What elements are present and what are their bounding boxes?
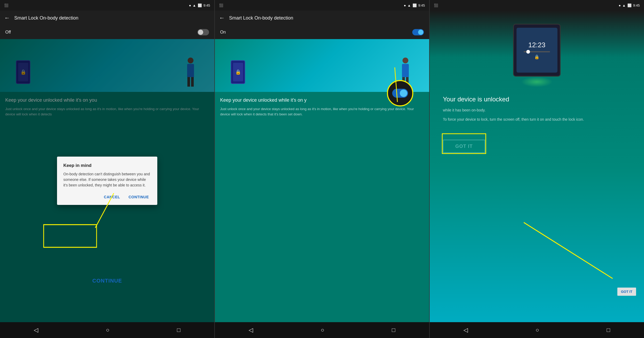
top-bar-2: ← Smart Lock On-body detection	[215, 11, 429, 25]
tablet-slider	[524, 51, 550, 52]
content-desc2-3: To force your device to lock, turn the s…	[443, 117, 631, 122]
corner-got-it-badge: GOT IT	[617, 288, 636, 296]
nav-bar-3: ◁ ○ □	[430, 322, 644, 338]
phone-screen-2: 🔒	[233, 63, 243, 81]
toggle-zoom-knob	[400, 90, 407, 97]
screenshot-icon-3: ⬛	[434, 3, 438, 7]
wifi-icon-2: ▲	[408, 3, 411, 7]
screenshot-icon-2: ⬛	[219, 3, 223, 7]
content-desc1-3: while it has been on-body.	[443, 107, 631, 113]
dialog-continue-button-1[interactable]: CONTINUE	[126, 193, 151, 201]
dialog-body-1: On-body detection can't distinguish betw…	[63, 171, 151, 188]
teal-area-3: 12:23 🔒 Your device is unlocked while it…	[430, 11, 644, 322]
content-text-3: Your device is unlocked while it has bee…	[430, 87, 644, 322]
wifi-icon-3: ▲	[622, 3, 626, 7]
nav-recents-1[interactable]: □	[177, 327, 181, 334]
dialog-title-1: Keep in mind	[63, 163, 151, 168]
tablet-container: 12:23 🔒	[513, 11, 561, 77]
toggle-zoom-circle	[387, 80, 413, 106]
status-time-1: 9:45	[203, 3, 210, 7]
signal-icon-3: ●	[619, 3, 621, 7]
person-body-2	[402, 64, 409, 77]
toggle-row-2: On	[215, 25, 429, 39]
toggle-switch-2[interactable]	[412, 29, 424, 35]
nav-back-2[interactable]: ◁	[249, 327, 253, 334]
glow-effect	[521, 77, 553, 87]
status-time-2: 9:45	[418, 3, 425, 7]
dialog-overlay-1: Keep in mind On-body detection can't dis…	[0, 39, 214, 322]
tablet-lock-icon: 🔒	[534, 54, 539, 59]
tablet-screen: 12:23 🔒	[517, 28, 557, 73]
toggle-zoom-inner	[392, 89, 408, 98]
content-desc-2: Just unlock once and your device stays u…	[220, 106, 424, 117]
back-button-2[interactable]: ←	[219, 15, 225, 21]
panel-1: ⬛ ● ▲ ⬜ 9:45 ← Smart Lock On-body detect…	[0, 0, 215, 338]
dialog-buttons-1: CANCEL CONTINUE	[63, 193, 151, 201]
phone-device-2: 🔒	[231, 60, 245, 84]
nav-back-3[interactable]: ◁	[463, 327, 468, 334]
status-bar-2: ⬛ ● ▲ ⬜ 9:45	[215, 0, 429, 11]
wifi-icon-1: ▲	[193, 3, 196, 7]
top-bar-title-2: Smart Lock On-body detection	[229, 15, 293, 21]
got-it-button[interactable]: GOT IT	[443, 140, 485, 153]
dialog-box-1: Keep in mind On-body detection can't dis…	[57, 157, 157, 205]
screenshot-icon-1: ⬛	[4, 3, 8, 7]
top-bar-title-1: Smart Lock On-body detection	[14, 15, 78, 21]
toggle-switch-1[interactable]	[197, 29, 209, 35]
phone-lock-icon-2: 🔒	[235, 69, 241, 75]
battery-icon-1: ⬜	[198, 3, 202, 7]
panel-2: ⬛ ● ▲ ⬜ 9:45 ← Smart Lock On-body detect…	[215, 0, 430, 338]
content-text-2: Keep your device unlocked while it's on …	[215, 92, 429, 322]
toggle-knob-2	[418, 30, 423, 35]
signal-icon-2: ●	[404, 3, 406, 7]
tablet-slider-thumb	[526, 50, 530, 54]
nav-home-2[interactable]: ○	[321, 327, 324, 334]
nav-recents-3[interactable]: □	[607, 327, 610, 334]
tablet-time: 12:23	[528, 41, 545, 49]
nav-bar-1: ◁ ○ □	[0, 322, 214, 338]
toggle-label-1: Off	[5, 30, 11, 35]
toggle-knob-1	[198, 30, 203, 35]
status-bar-3: ⬛ ● ▲ ⬜ 9:45	[430, 0, 644, 11]
back-button-1[interactable]: ←	[4, 15, 10, 21]
battery-icon-3: ⬜	[627, 3, 632, 7]
tablet-device: 12:23 🔒	[513, 24, 561, 77]
teal-area-2: 🔒	[215, 39, 429, 322]
nav-recents-2[interactable]: □	[392, 327, 395, 334]
got-it-container: GOT IT	[443, 134, 485, 153]
nav-home-1[interactable]: ○	[106, 327, 109, 334]
status-time-3: 9:45	[633, 3, 640, 7]
panel-3: ⬛ ● ▲ ⬜ 9:45 12:23 🔒	[430, 0, 644, 338]
nav-home-3[interactable]: ○	[536, 327, 539, 334]
dialog-cancel-button-1[interactable]: CANCEL	[102, 193, 122, 201]
battery-icon-2: ⬜	[413, 3, 417, 7]
teal-area-1: 🔒 Keep your device unlocked while it's o…	[0, 39, 214, 322]
person-head-2	[402, 58, 408, 63]
top-bar-1: ← Smart Lock On-body detection	[0, 11, 214, 25]
status-bar-1: ⬛ ● ▲ ⬜ 9:45	[0, 0, 214, 11]
toggle-row-1: Off	[0, 25, 214, 39]
content-title-3: Your device is unlocked	[443, 95, 631, 103]
signal-icon-1: ●	[189, 3, 191, 7]
nav-back-1[interactable]: ◁	[34, 327, 38, 334]
nav-bar-2: ◁ ○ □	[215, 322, 429, 338]
toggle-label-2: On	[220, 30, 226, 35]
